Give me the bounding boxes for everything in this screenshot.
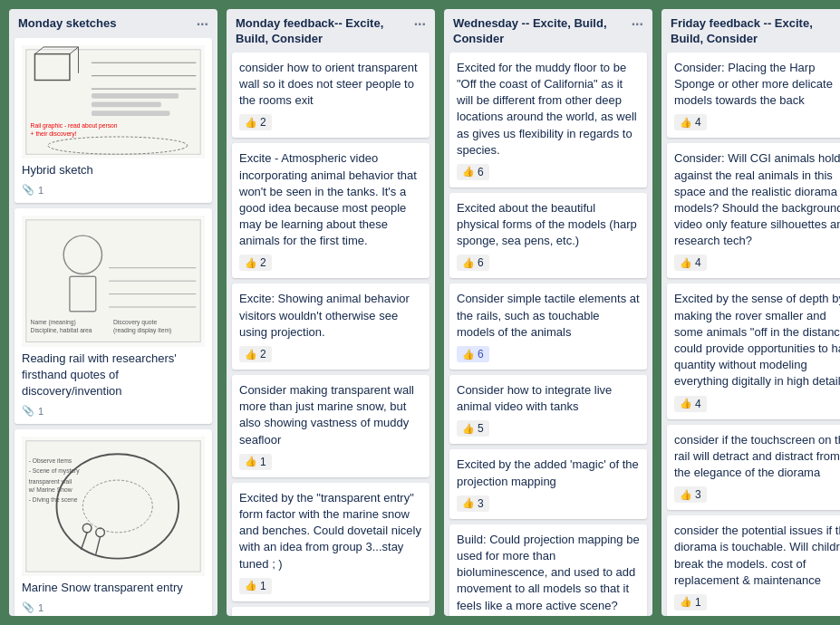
card-footer: 👍6	[457, 346, 640, 362]
thumb-icon: 👍	[245, 257, 257, 269]
column-wednesday-feedback: Wednesday -- Excite, Build, Consider···E…	[444, 9, 652, 616]
card: Rail graphic - read about person + their…	[14, 38, 212, 203]
column-monday-feedback: Monday feedback-- Excite, Build, Conside…	[227, 9, 435, 616]
svg-rect-10	[92, 102, 161, 108]
card-footer: 👍6	[457, 255, 640, 271]
svg-text:Rail graphic - read about pers: Rail graphic - read about person	[31, 122, 118, 130]
svg-text:- Diving the scene: - Diving the scene	[29, 496, 78, 504]
like-button[interactable]: 👍4	[674, 396, 707, 412]
like-count: 1	[695, 596, 701, 609]
card-footer: 👍4	[674, 255, 840, 271]
card-image: Rail graphic - read about person + their…	[22, 45, 205, 159]
column-title: Monday sketches	[18, 16, 191, 32]
attachment-icon: 📎	[22, 405, 34, 417]
like-button[interactable]: 👍6	[457, 346, 489, 362]
card-footer: 👍1	[239, 454, 422, 470]
like-count: 1	[260, 456, 266, 468]
card-text: Excited for the muddy floor to be "Off t…	[457, 60, 640, 159]
thumb-icon: 👍	[680, 398, 692, 409]
column-header: Monday sketches···	[9, 9, 217, 38]
column-content: Excited for the muddy floor to be "Off t…	[444, 53, 652, 616]
card: - Observe items - Scene of mystery trans…	[14, 429, 212, 616]
svg-rect-9	[92, 93, 179, 99]
card-text: Excite: Showing animal behavior visitors…	[239, 291, 422, 341]
attachment-icon: 📎	[22, 601, 34, 613]
like-button[interactable]: 👍5	[457, 420, 489, 437]
card-footer: 👍6	[457, 164, 640, 180]
thumb-icon: 👍	[245, 117, 257, 129]
svg-text:- Observe items: - Observe items	[29, 457, 72, 464]
like-button[interactable]: 👍3	[674, 486, 707, 503]
card-text: Consider making transparent wall more th…	[239, 382, 422, 448]
like-button[interactable]: 👍6	[457, 164, 489, 180]
card: Name (meaning) Discipline, habitat area …	[14, 208, 212, 424]
like-button[interactable]: 👍3	[457, 495, 489, 512]
card: Excite - Atmospheric video incorporating…	[232, 143, 430, 278]
card-footer: 👍5	[457, 420, 640, 437]
like-button[interactable]: 👍4	[674, 255, 707, 271]
thumb-icon: 👍	[462, 349, 475, 361]
like-button[interactable]: 👍2	[239, 114, 272, 130]
like-button[interactable]: 👍2	[239, 255, 272, 271]
card: consider how to orient transparent wall …	[232, 53, 430, 139]
like-count: 4	[695, 398, 701, 410]
thumb-icon: 👍	[245, 456, 257, 467]
card: Excite: Showing animal behavior visitors…	[232, 284, 430, 370]
card: consider the potential issues if the dio…	[667, 515, 840, 616]
card-image: Name (meaning) Discipline, habitat area …	[22, 216, 205, 346]
column-menu-button[interactable]: ···	[626, 16, 643, 33]
card: Excited by the sense of depth by making …	[667, 284, 840, 418]
card: Excited by the "transparent entry" form …	[232, 483, 430, 601]
svg-text:transparent wall: transparent wall	[29, 478, 72, 486]
svg-text:Name (meaning): Name (meaning)	[31, 319, 76, 326]
card-footer: 👍2	[239, 114, 422, 130]
card-attachment: 📎1	[22, 184, 43, 196]
svg-text:w/ Marine Snow: w/ Marine Snow	[28, 486, 72, 493]
card-text: consider if the touchscreen on the rail …	[674, 432, 840, 482]
card: Excited for the muddy floor to be "Off t…	[449, 53, 647, 188]
card-text: Consider: Placing the Harp Sponge or oth…	[674, 60, 840, 110]
svg-text:- Scene of mystery: - Scene of mystery	[29, 467, 81, 475]
card-footer: 👍4	[674, 396, 840, 412]
like-button[interactable]: 👍4	[674, 114, 707, 130]
svg-text:+ their discovery!: + their discovery!	[31, 130, 77, 138]
card-text: Consider simple tactile elements at the …	[457, 291, 640, 341]
card-text: Marine Snow transparent entry	[22, 580, 205, 596]
card-footer: 👍3	[457, 495, 640, 512]
thumb-icon: 👍	[680, 596, 692, 608]
like-button[interactable]: 👍6	[457, 255, 489, 271]
card: Excited by the added 'magic' of the proj…	[449, 449, 647, 518]
column-monday-sketches: Monday sketches··· Rail graphic - read a…	[9, 9, 217, 616]
card-text: Build: Could projection mapping be used …	[457, 532, 640, 614]
attachment-count: 1	[38, 602, 43, 613]
attachment-count: 1	[38, 406, 43, 417]
column-title: Friday feedback -- Excite, Build, Consid…	[671, 16, 840, 47]
like-count: 1	[260, 580, 266, 592]
like-count: 2	[260, 116, 266, 129]
card-attachment: 📎1	[22, 405, 43, 417]
card-text: Excited by the added 'magic' of the proj…	[457, 457, 640, 489]
column-content: consider how to orient transparent wall …	[227, 53, 435, 616]
like-count: 3	[478, 497, 484, 510]
like-button[interactable]: 👍2	[239, 346, 272, 362]
card-footer: 👍2	[239, 346, 422, 362]
svg-text:Discovery quote: Discovery quote	[113, 319, 157, 326]
like-count: 2	[260, 256, 266, 269]
column-header: Friday feedback -- Excite, Build, Consid…	[661, 9, 840, 53]
column-menu-button[interactable]: ···	[409, 16, 426, 33]
attachment-count: 1	[38, 185, 43, 196]
card-footer: 📎1	[22, 601, 205, 613]
card-text: Hybrid sketch	[22, 162, 205, 178]
like-count: 6	[478, 256, 484, 269]
thumb-icon: 👍	[462, 497, 475, 509]
thumb-icon: 👍	[680, 257, 692, 269]
like-button[interactable]: 👍1	[239, 454, 272, 470]
like-button[interactable]: 👍1	[674, 594, 707, 611]
like-button[interactable]: 👍1	[239, 578, 272, 594]
card-text: consider the potential issues if the dio…	[674, 523, 840, 589]
card: Consider how to integrate live animal vi…	[449, 375, 647, 444]
attachment-icon: 📎	[22, 184, 34, 196]
card: Consider: Will CGI animals hold up again…	[667, 143, 840, 278]
column-menu-button[interactable]: ···	[191, 16, 208, 33]
like-count: 6	[478, 348, 484, 361]
